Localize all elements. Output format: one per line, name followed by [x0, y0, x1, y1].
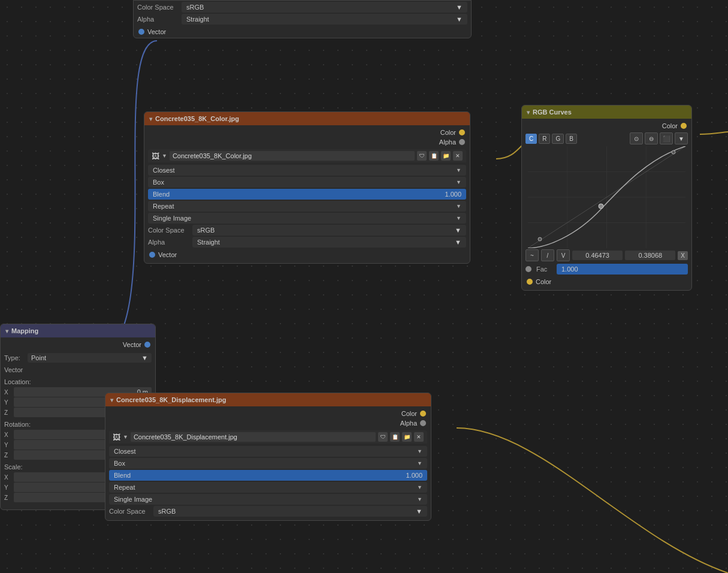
- loc-y-axis: Y: [4, 399, 13, 406]
- vector-section: Vector: [4, 365, 152, 375]
- alpha-out-label: Alpha: [439, 138, 456, 146]
- type-chevron: ▼: [141, 354, 148, 361]
- disp-cs-label: Color Space: [109, 508, 151, 515]
- mapping-title: Mapping: [11, 327, 38, 334]
- interp-chevron: ▼: [456, 167, 461, 173]
- curves-color-out-label: Color: [662, 122, 678, 129]
- disp-cs-row: Color Space sRGB ▼: [109, 506, 427, 517]
- type-value: Point: [31, 354, 46, 361]
- concrete-disp-collapse: ▾: [110, 397, 113, 403]
- color-space-dropdown[interactable]: sRGB ▼: [182, 2, 467, 13]
- curve-vector-icon[interactable]: V: [557, 249, 570, 261]
- copy-icon[interactable]: 📋: [429, 151, 439, 161]
- fac-bar[interactable]: 1.000: [557, 264, 688, 275]
- disp-blend-row[interactable]: Blend 1.000: [109, 470, 427, 481]
- channel-r-btn[interactable]: R: [539, 134, 550, 144]
- concrete-disp-header[interactable]: ▾ Concrete035_8K_Displacement.jpg: [105, 393, 431, 406]
- color-out-label: Color: [440, 129, 456, 136]
- options-icon[interactable]: ⬛: [660, 132, 673, 144]
- curves-color-in: Color: [522, 276, 691, 288]
- source-value: Single Image: [153, 215, 191, 222]
- source-dropdown[interactable]: Single Image ▼: [148, 213, 466, 224]
- color-space-row: Color Space sRGB ▼: [137, 2, 467, 13]
- rgb-curves-header[interactable]: ▾ RGB Curves: [522, 105, 691, 119]
- disp-proj-chevron: ▼: [417, 460, 422, 466]
- blend-row[interactable]: Blend 1.000: [148, 189, 466, 200]
- curves-color-in-label: Color: [536, 278, 551, 285]
- disp-copy-icon[interactable]: 📋: [390, 432, 400, 442]
- curves-toolbar: C R G B ⊙ ⊖ ⬛ ▼: [522, 131, 691, 146]
- disp-chevron-sm[interactable]: ▼: [123, 434, 128, 440]
- proj-chevron: ▼: [456, 179, 461, 185]
- disp-extend-dropdown[interactable]: Repeat ▼: [109, 482, 427, 493]
- concrete-color-body: Color Alpha 🖼 ▼ Concrete035_8K_Color.jpg…: [144, 125, 470, 263]
- color-cs-value: sRGB: [197, 227, 215, 234]
- channel-c-btn[interactable]: C: [525, 134, 537, 144]
- reset-icon[interactable]: ⊖: [645, 132, 658, 144]
- color-cs-dropdown[interactable]: sRGB ▼: [192, 225, 466, 236]
- disp-folder-icon[interactable]: 📁: [402, 432, 412, 442]
- projection-dropdown[interactable]: Box ▼: [148, 177, 466, 188]
- type-dropdown[interactable]: Point ▼: [28, 353, 152, 363]
- extend-dropdown[interactable]: Repeat ▼: [148, 201, 466, 212]
- disp-shield-icon[interactable]: 🛡: [378, 432, 388, 442]
- disp-blend-label: Blend: [114, 472, 131, 479]
- curves-graph[interactable]: [522, 146, 691, 248]
- chevron-sm[interactable]: ▼: [162, 153, 167, 159]
- close-icon[interactable]: ✕: [453, 151, 463, 161]
- clamp-icon[interactable]: ⊙: [630, 132, 643, 144]
- interpolation-value: Closest: [153, 167, 175, 174]
- curve-y-val[interactable]: 0.38068: [625, 251, 675, 260]
- concrete-disp-body: Color Alpha 🖼 ▼ Concrete035_8K_Displacem…: [105, 406, 431, 520]
- image-filename[interactable]: Concrete035_8K_Color.jpg: [170, 151, 415, 161]
- channel-b-btn[interactable]: B: [566, 134, 577, 144]
- mapping-node-header[interactable]: ▾ Mapping: [1, 324, 155, 337]
- alpha-row: Alpha Straight ▼: [137, 14, 467, 25]
- rot-x-axis: X: [4, 432, 13, 438]
- interpolation-dropdown[interactable]: Closest ▼: [148, 165, 466, 176]
- curves-color-out-dot: [681, 123, 687, 129]
- disp-color-dot: [420, 411, 426, 417]
- vector-in-label: Vector: [158, 251, 177, 258]
- svg-point-9: [538, 237, 542, 241]
- disp-cs-value: sRGB: [158, 508, 176, 515]
- image-icon: 🖼: [152, 152, 159, 161]
- disp-source-value: Single Image: [114, 496, 152, 503]
- curve-bezier-icon[interactable]: ~: [525, 249, 539, 261]
- disp-filename[interactable]: Concrete035_8K_Displacement.jpg: [131, 432, 376, 442]
- rgb-curves-node: ▾ RGB Curves Color C R G B ⊙ ⊖ ⬛ ▼: [521, 105, 692, 291]
- type-label: Type:: [4, 354, 25, 361]
- disp-source-dropdown[interactable]: Single Image ▼: [109, 494, 427, 505]
- alpha-chevron: ▼: [456, 16, 463, 23]
- rot-z-axis: Z: [4, 452, 13, 459]
- color-cs-label: Color Space: [148, 227, 190, 234]
- vector-socket-dot: [138, 29, 144, 35]
- alpha-dropdown[interactable]: Straight ▼: [182, 14, 467, 25]
- color-cs-chevron: ▼: [455, 227, 461, 234]
- curves-color-in-dot: [527, 279, 533, 285]
- folder-icon[interactable]: 📁: [441, 151, 451, 161]
- expand-icon[interactable]: ▼: [675, 132, 688, 144]
- fac-row: Fac 1.000: [525, 264, 688, 275]
- vector-in-dot: [149, 252, 155, 258]
- disp-interp-dropdown[interactable]: Closest ▼: [109, 446, 427, 457]
- alpha-cs-dropdown[interactable]: Straight ▼: [192, 237, 466, 248]
- disp-cs-dropdown[interactable]: sRGB ▼: [153, 506, 427, 517]
- channel-g-btn[interactable]: G: [552, 134, 564, 144]
- vector-in-socket: Vector: [144, 249, 470, 261]
- concrete-color-header[interactable]: ▾ Concrete035_8K_Color.jpg: [144, 112, 470, 125]
- curves-svg: [522, 146, 691, 248]
- image-panel-header: 🖼 ▼ Concrete035_8K_Color.jpg 🛡 📋 📁 ✕: [148, 149, 466, 162]
- concrete-color-node: ▾ Concrete035_8K_Color.jpg Color Alpha 🖼…: [144, 111, 470, 264]
- curve-close-btn[interactable]: X: [678, 251, 688, 260]
- mapping-vector-label: Vector: [123, 341, 141, 348]
- curve-x-val[interactable]: 0.46473: [572, 251, 623, 260]
- curve-linear-icon[interactable]: /: [541, 249, 554, 261]
- blend-label: Blend: [153, 191, 170, 198]
- disp-close-icon[interactable]: ✕: [414, 432, 424, 442]
- disp-proj-dropdown[interactable]: Box ▼: [109, 458, 427, 469]
- loc-x-axis: X: [4, 389, 13, 396]
- source-chevron: ▼: [456, 215, 461, 221]
- shield-icon[interactable]: 🛡: [417, 151, 427, 161]
- color-out-socket: Color: [144, 128, 470, 137]
